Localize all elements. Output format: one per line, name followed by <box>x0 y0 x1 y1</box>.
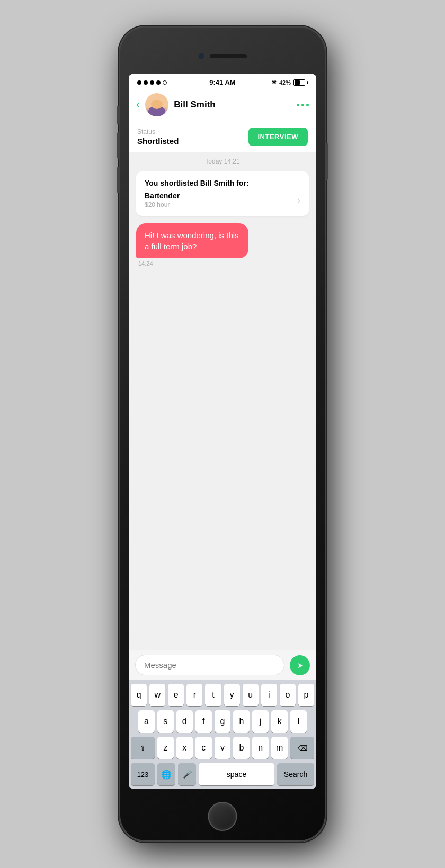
status-info: Status Shortlisted <box>137 128 179 146</box>
key-j[interactable]: j <box>252 710 269 733</box>
key-w[interactable]: w <box>149 684 165 706</box>
interview-button[interactable]: INTERVIEW <box>248 128 308 146</box>
key-u[interactable]: u <box>243 684 259 706</box>
key-o[interactable]: o <box>280 684 296 706</box>
silent-button[interactable] <box>117 106 119 124</box>
signal-dot-4 <box>156 80 161 85</box>
more-options-button[interactable] <box>297 104 309 106</box>
keyboard: q w e r t y u i o p a s d f g <box>129 680 316 789</box>
chat-scroll-area: Today 14:21 You shortlisted Bill Smith f… <box>129 152 316 650</box>
key-c[interactable]: c <box>195 737 212 759</box>
keyboard-row-2: a s d f g h j k l <box>131 710 314 733</box>
bluetooth-icon: ✱ <box>272 79 277 86</box>
key-l[interactable]: l <box>290 710 307 733</box>
search-key[interactable]: Search <box>277 763 314 785</box>
key-s[interactable]: s <box>157 710 174 733</box>
signal-dot-1 <box>137 80 141 85</box>
mic-key[interactable]: 🎤 <box>178 763 196 785</box>
volume-down-button[interactable] <box>117 167 119 193</box>
more-dot-3 <box>306 104 309 106</box>
key-k[interactable]: k <box>271 710 288 733</box>
more-dot-2 <box>301 104 304 106</box>
top-hardware-bar <box>198 53 247 59</box>
more-dot-1 <box>297 104 299 106</box>
key-v[interactable]: v <box>215 737 231 759</box>
chat-timestamp: Today 14:21 <box>136 158 309 165</box>
chevron-right-icon: › <box>297 195 300 206</box>
key-q[interactable]: q <box>131 684 147 706</box>
message-input-row: ➤ <box>129 650 316 680</box>
nav-header: ‹ Bill Smith <box>129 89 316 121</box>
volume-up-button[interactable] <box>117 132 119 159</box>
key-e[interactable]: e <box>168 684 184 706</box>
key-p[interactable]: p <box>298 684 314 706</box>
earpiece-speaker <box>210 54 247 58</box>
keyboard-row-3: ⇧ z x c v b n m ⌫ <box>131 737 314 759</box>
battery-percent: 42% <box>279 79 291 86</box>
key-a[interactable]: a <box>138 710 155 733</box>
power-button[interactable] <box>326 143 328 180</box>
job-info: Bartender $20 hour <box>145 192 180 209</box>
send-button[interactable]: ➤ <box>290 655 310 675</box>
numbers-key[interactable]: 123 <box>131 763 155 785</box>
key-y[interactable]: y <box>224 684 240 706</box>
globe-key[interactable]: 🌐 <box>157 763 175 785</box>
chat-messages: Hi! I was wondering, is this a full term… <box>136 223 309 267</box>
key-n[interactable]: n <box>252 737 269 759</box>
space-key[interactable]: space <box>199 763 274 785</box>
front-camera <box>198 53 204 59</box>
key-t[interactable]: t <box>205 684 221 706</box>
keyboard-bottom-row: 123 🌐 🎤 space Search <box>131 763 314 785</box>
job-pay: $20 hour <box>145 201 180 209</box>
shortlist-title: You shortlisted Bill Smith for: <box>145 179 300 187</box>
status-section: Status Shortlisted INTERVIEW <box>129 121 316 152</box>
message-time: 14:24 <box>138 260 309 267</box>
keyboard-row-1: q w e r t y u i o p <box>131 684 314 706</box>
status-bar: 9:41 AM ✱ 42% <box>129 74 316 89</box>
key-x[interactable]: x <box>176 737 193 759</box>
key-d[interactable]: d <box>176 710 193 733</box>
signal-dot-5 <box>163 80 167 85</box>
signal-dot-2 <box>144 80 148 85</box>
key-b[interactable]: b <box>233 737 250 759</box>
send-icon: ➤ <box>297 661 304 670</box>
key-m[interactable]: m <box>271 737 288 759</box>
shortlist-card[interactable]: You shortlisted Bill Smith for: Bartende… <box>136 171 309 216</box>
back-button[interactable]: ‹ <box>136 98 140 112</box>
backspace-key[interactable]: ⌫ <box>290 737 314 759</box>
message-input[interactable] <box>135 655 284 675</box>
key-h[interactable]: h <box>233 710 250 733</box>
key-f[interactable]: f <box>195 710 212 733</box>
signal-indicators <box>137 80 167 85</box>
phone-shell: 9:41 AM ✱ 42% ‹ Bill Smith <box>119 26 326 842</box>
key-r[interactable]: r <box>186 684 202 706</box>
key-i[interactable]: i <box>261 684 277 706</box>
status-right-icons: ✱ 42% <box>272 79 308 86</box>
home-button[interactable] <box>208 802 237 831</box>
key-z[interactable]: z <box>157 737 174 759</box>
status-value: Shortlisted <box>137 137 179 146</box>
status-time: 9:41 AM <box>209 78 235 86</box>
contact-name: Bill Smith <box>174 100 297 110</box>
shift-key[interactable]: ⇧ <box>131 737 155 759</box>
signal-dot-3 <box>150 80 154 85</box>
battery-icon <box>293 79 308 86</box>
key-g[interactable]: g <box>215 710 231 733</box>
avatar <box>145 93 168 116</box>
status-label: Status <box>137 128 179 135</box>
job-name: Bartender <box>145 192 180 200</box>
job-row: Bartender $20 hour › <box>145 192 300 209</box>
message-bubble-incoming: Hi! I was wondering, is this a full term… <box>136 223 248 258</box>
phone-screen: 9:41 AM ✱ 42% ‹ Bill Smith <box>129 74 316 789</box>
